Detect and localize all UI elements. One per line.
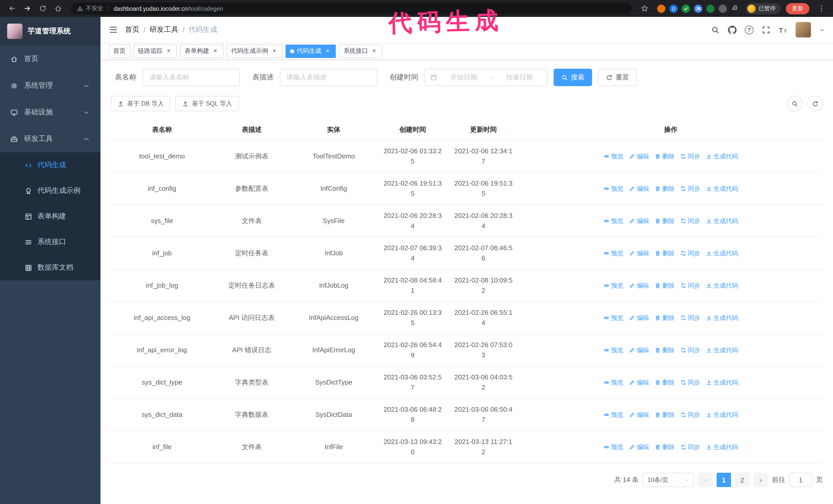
next-page-button[interactable]: › [754, 473, 768, 487]
preview-link[interactable]: 预览 [603, 313, 623, 323]
font-size-icon[interactable]: TT [779, 25, 787, 34]
edit-link[interactable]: 编辑 [629, 184, 649, 194]
breadcrumb-home[interactable]: 首页 [125, 25, 139, 34]
sidebar-item-form-builder[interactable]: 表单构建 [0, 203, 100, 229]
delete-link[interactable]: 删除 [654, 442, 674, 452]
github-icon[interactable] [728, 25, 737, 34]
generate-code-link[interactable]: 生成代码 [706, 184, 738, 194]
help-icon[interactable]: ? [745, 25, 754, 34]
preview-link[interactable]: 预览 [603, 410, 623, 420]
sidebar-item-codegen[interactable]: 代码生成 [0, 152, 100, 178]
page-button-1[interactable]: 1 [717, 473, 731, 487]
delete-link[interactable]: 删除 [654, 345, 674, 355]
tab-home[interactable]: 首页 [109, 44, 130, 58]
caret-down-icon[interactable] [819, 27, 825, 32]
reset-button[interactable]: 重置 [598, 69, 637, 86]
close-icon[interactable]: × [371, 47, 378, 55]
forward-icon[interactable] [21, 2, 34, 15]
sync-link[interactable]: 同步 [680, 345, 700, 355]
hamburger-icon[interactable] [109, 25, 118, 34]
preview-link[interactable]: 预览 [603, 442, 623, 452]
reload-icon[interactable] [36, 2, 49, 15]
delete-link[interactable]: 删除 [654, 184, 674, 194]
sync-link[interactable]: 同步 [680, 442, 700, 452]
edit-link[interactable]: 编辑 [629, 377, 649, 388]
tab-system-api[interactable]: 系统接口× [339, 44, 382, 58]
delete-link[interactable]: 删除 [654, 281, 674, 291]
app-logo[interactable]: 芋道管理系统 [0, 17, 100, 46]
update-button[interactable]: 更新 [786, 3, 809, 14]
preview-link[interactable]: 预览 [603, 151, 623, 162]
preview-link[interactable]: 预览 [603, 377, 623, 388]
edit-link[interactable]: 编辑 [629, 216, 649, 226]
generate-code-link[interactable]: 生成代码 [706, 151, 738, 162]
tab-codegen-example[interactable]: 代码生成示例× [227, 44, 282, 58]
generate-code-link[interactable]: 生成代码 [706, 281, 738, 291]
fullscreen-icon[interactable] [762, 25, 770, 34]
preview-link[interactable]: 预览 [603, 248, 623, 258]
sync-link[interactable]: 同步 [680, 184, 700, 194]
sidebar-item-codegen-example[interactable]: 代码生成示例 [0, 178, 100, 203]
import-sql-button[interactable]: 基于 SQL 导入 [175, 96, 239, 111]
sidebar-item-infrastructure[interactable]: 基础设施 [0, 99, 100, 126]
extension-icon[interactable] [682, 4, 690, 13]
back-icon[interactable] [5, 2, 19, 15]
close-icon[interactable]: × [271, 47, 278, 55]
extension-icon[interactable] [694, 4, 702, 13]
toggle-search-button[interactable] [787, 96, 802, 111]
generate-code-link[interactable]: 生成代码 [706, 345, 738, 355]
address-bar[interactable]: 不安全 dashboard.yudao.iocoder.cn/tool/code… [71, 3, 632, 14]
tab-tracer[interactable]: 链路追踪× [133, 44, 177, 58]
delete-link[interactable]: 删除 [654, 151, 674, 162]
close-icon[interactable]: × [212, 47, 219, 55]
sync-link[interactable]: 同步 [680, 151, 700, 162]
preview-link[interactable]: 预览 [603, 345, 623, 355]
sync-link[interactable]: 同步 [680, 248, 700, 258]
tab-form-builder[interactable]: 表单构建× [180, 44, 223, 58]
edit-link[interactable]: 编辑 [629, 345, 649, 355]
page-button-2[interactable]: 2 [735, 473, 749, 487]
sync-link[interactable]: 同步 [680, 281, 700, 291]
kebab-menu-icon[interactable] [814, 2, 828, 15]
generate-code-link[interactable]: 生成代码 [706, 248, 738, 258]
edit-link[interactable]: 编辑 [629, 313, 649, 323]
home-icon[interactable] [51, 2, 65, 15]
user-avatar[interactable] [795, 22, 811, 38]
sidebar-item-system-api[interactable]: 系统接口 [0, 229, 100, 255]
extension-icon[interactable] [719, 4, 727, 13]
preview-link[interactable]: 预览 [603, 281, 623, 291]
generate-code-link[interactable]: 生成代码 [706, 313, 738, 323]
edit-link[interactable]: 编辑 [629, 410, 649, 420]
tab-codegen[interactable]: 代码生成× [286, 44, 336, 58]
table-name-input[interactable]: 请输入表名称 [143, 69, 240, 86]
edit-link[interactable]: 编辑 [629, 151, 649, 162]
extension-icon[interactable] [657, 4, 665, 13]
create-time-range-picker[interactable]: 开始日期 - 结束日期 [425, 69, 547, 86]
sync-link[interactable]: 同步 [680, 313, 700, 323]
delete-link[interactable]: 删除 [654, 377, 674, 388]
generate-code-link[interactable]: 生成代码 [706, 442, 738, 452]
delete-link[interactable]: 删除 [654, 313, 674, 323]
import-db-button[interactable]: 基于 DB 导入 [111, 96, 170, 111]
close-icon[interactable]: × [324, 47, 331, 55]
profile-paused-badge[interactable]: 已暂停 [745, 3, 781, 14]
page-size-select[interactable]: 10条/页 [643, 473, 694, 487]
sidebar-item-home[interactable]: 首页 [0, 46, 100, 72]
refresh-table-button[interactable] [807, 96, 823, 111]
sync-link[interactable]: 同步 [680, 216, 700, 226]
edit-link[interactable]: 编辑 [629, 442, 649, 452]
sync-link[interactable]: 同步 [680, 377, 700, 388]
sidebar-item-system-manage[interactable]: 系统管理 [0, 72, 100, 99]
preview-link[interactable]: 预览 [603, 216, 623, 226]
sync-link[interactable]: 同步 [680, 410, 700, 420]
generate-code-link[interactable]: 生成代码 [706, 216, 738, 226]
generate-code-link[interactable]: 生成代码 [706, 377, 738, 388]
close-icon[interactable]: × [165, 47, 172, 55]
extension-icon[interactable] [706, 4, 715, 13]
extension-icon[interactable] [669, 4, 678, 13]
generate-code-link[interactable]: 生成代码 [706, 410, 738, 420]
edit-link[interactable]: 编辑 [629, 281, 649, 291]
sidebar-item-dev-tools[interactable]: 研发工具 [0, 126, 100, 152]
goto-page-input[interactable] [789, 473, 812, 487]
search-icon[interactable] [711, 25, 720, 34]
